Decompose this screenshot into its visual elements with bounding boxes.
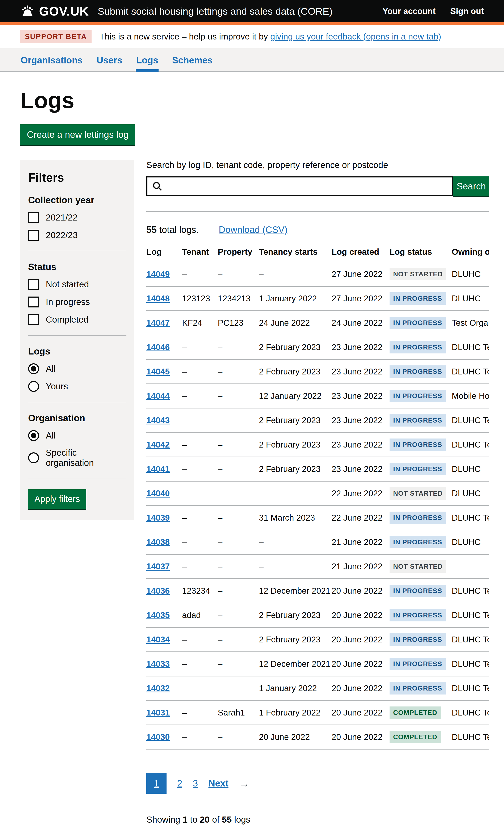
log-link[interactable]: 14041 [146,464,170,473]
filter-group-heading-logs: Logs [28,346,126,357]
table-row: 14031–Sarah11 February 202220 June 2022C… [146,700,489,725]
summary-from: 1 [183,815,187,824]
radio-specific-organisation[interactable] [28,452,39,463]
owning-organisation-cell: DLUHC Test [452,725,489,749]
log-status-cell: NOT STARTED [389,554,452,579]
nav-item-logs[interactable]: Logs [136,48,159,72]
status-badge: IN PROGRESS [389,292,446,305]
owning-organisation-cell: DLUHC Test [452,676,489,700]
log-link[interactable]: 14043 [146,415,170,425]
page-title: Logs [20,87,489,114]
property-cell: – [218,262,259,286]
log-link[interactable]: 14038 [146,537,170,547]
checkbox-in-progress[interactable] [28,297,39,307]
total-logs-number: 55 [146,224,157,235]
tenant-cell: – [182,408,218,433]
column-header-log-created: Log created [331,242,389,262]
radio-all[interactable] [28,363,39,374]
tenancy-starts-cell: 2 February 2023 [259,408,331,433]
log-link[interactable]: 14039 [146,513,170,522]
log-link[interactable]: 14040 [146,489,170,498]
option-label-not-started[interactable]: Not started [46,279,89,289]
checkbox-2022-23[interactable] [28,230,39,241]
apply-filters-button[interactable]: Apply filters [28,489,86,509]
log-cell: 14044 [146,384,182,408]
radio-yours[interactable] [28,381,39,392]
log-link[interactable]: 14046 [146,343,170,352]
nav-item-users[interactable]: Users [96,48,123,72]
tenant-cell: – [182,628,218,652]
download-csv-link[interactable]: Download (CSV) [219,224,288,235]
log-cell: 14045 [146,360,182,384]
checkbox-not-started[interactable] [28,279,39,290]
feedback-link[interactable]: giving us your feedback (opens in a new … [270,32,441,41]
log-status-cell: NOT STARTED [389,262,452,286]
table-row: 14049–––27 June 2022NOT STARTEDDLUHC [146,262,489,286]
log-link[interactable]: 14044 [146,391,170,401]
option-label-all[interactable]: All [46,430,56,441]
table-row: 14033––12 December 202120 June 2022IN PR… [146,652,489,676]
search-button[interactable]: Search [453,177,489,196]
radio-all[interactable] [28,430,39,441]
log-cell: 14040 [146,481,182,506]
table-row: 14045––2 February 202323 June 2022IN PRO… [146,360,489,384]
log-link[interactable]: 14032 [146,684,170,693]
log-link[interactable]: 14047 [146,318,170,327]
log-link[interactable]: 14042 [146,440,170,449]
service-name-link[interactable]: Submit social housing lettings and sales… [98,5,332,17]
search-input[interactable] [146,177,453,196]
pagination: 123Next→ [146,773,489,794]
owning-organisation-cell: Test Organisation [452,311,489,335]
status-badge: IN PROGRESS [389,390,446,402]
create-lettings-log-button[interactable]: Create a new lettings log [20,124,135,145]
option-label-completed[interactable]: Completed [46,314,88,325]
logs-table-wrapper: LogTenantPropertyTenancy startsLog creat… [146,242,489,750]
tenancy-starts-cell: 2 February 2023 [259,457,331,481]
pagination-page-2[interactable]: 2 [177,778,182,789]
checkbox-2021-22[interactable] [28,212,39,223]
tenancy-starts-cell: 1 February 2022 [259,700,331,725]
sign-out-link[interactable]: Sign out [450,6,484,16]
log-link[interactable]: 14037 [146,562,170,571]
log-created-cell: 23 June 2022 [331,335,389,360]
option-label-2022-23[interactable]: 2022/23 [46,230,78,240]
pagination-next-link[interactable]: Next [208,778,228,789]
column-header-owning-organisation: Owning organisation [452,242,489,262]
govuk-logo-link[interactable]: GOV.UK [20,4,89,19]
checkbox-completed[interactable] [28,314,39,325]
log-link[interactable]: 14049 [146,269,170,279]
log-link[interactable]: 14033 [146,659,170,669]
log-link[interactable]: 14036 [146,586,170,595]
log-status-cell: IN PROGRESS [389,286,452,311]
filter-group-heading-organisation: Organisation [28,413,126,423]
nav-item-organisations[interactable]: Organisations [20,48,83,72]
property-cell: – [218,481,259,506]
log-cell: 14038 [146,530,182,554]
log-link[interactable]: 14030 [146,732,170,741]
log-link[interactable]: 14031 [146,708,170,717]
column-header-tenancy-starts: Tenancy starts [259,242,331,262]
owning-organisation-cell: DLUHC Test [452,700,489,725]
log-status-cell: IN PROGRESS [389,360,452,384]
log-link[interactable]: 14035 [146,611,170,620]
your-account-link[interactable]: Your account [382,6,436,16]
govuk-logo-text: GOV.UK [39,4,89,19]
log-link[interactable]: 14048 [146,294,170,303]
option-label-2021-22[interactable]: 2021/22 [46,212,78,223]
nav-item-schemes[interactable]: Schemes [172,48,213,72]
tenant-cell: – [182,481,218,506]
pagination-page-1-current[interactable]: 1 [146,773,166,794]
log-link[interactable]: 14034 [146,635,170,644]
column-header-log-status: Log status [389,242,452,262]
property-cell: – [218,457,259,481]
pagination-page-3[interactable]: 3 [193,778,198,789]
summary-logs-word: logs [234,815,250,824]
log-link[interactable]: 14045 [146,367,170,376]
option-label-specific-organisation[interactable]: Specific organisation [46,448,126,468]
option-label-all[interactable]: All [46,364,56,374]
property-cell: – [218,530,259,554]
tenant-cell: – [182,725,218,749]
option-label-in-progress[interactable]: In progress [46,297,90,307]
tenant-cell: KF24 [182,311,218,335]
option-label-yours[interactable]: Yours [46,381,68,391]
